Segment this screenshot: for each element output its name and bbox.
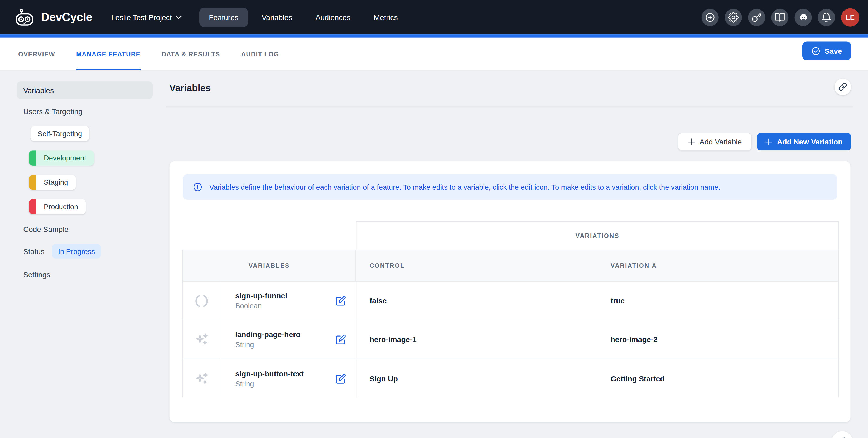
sidebar-env-development[interactable]: Development xyxy=(29,150,94,166)
tab-audit-log[interactable]: AUDIT LOG xyxy=(241,38,279,70)
link-icon xyxy=(837,437,847,438)
nav-item-features[interactable]: Features xyxy=(199,7,248,27)
sidebar-item-users-targeting[interactable]: Users & Targeting xyxy=(23,107,83,116)
nav-item-metrics[interactable]: Metrics xyxy=(364,7,407,27)
env-label: Development xyxy=(36,154,94,162)
string-type-sparkles-icon xyxy=(183,321,221,359)
col-header-control: CONTROL xyxy=(356,250,597,281)
docs-button[interactable] xyxy=(771,9,788,26)
info-icon xyxy=(193,182,203,192)
edit-variable-button[interactable] xyxy=(335,296,346,306)
nav-item-audiences[interactable]: Audiences xyxy=(306,7,360,27)
control-value: false xyxy=(356,282,597,320)
variable-cell: sign-up-button-text String xyxy=(221,359,356,398)
variable-cell: sign-up-funnel Boolean xyxy=(221,282,356,320)
app-window: DevCycle Leslie Test Project Features Va… xyxy=(0,0,868,438)
sidebar-item-code-sample[interactable]: Code Sample xyxy=(23,225,68,234)
edit-variable-button[interactable] xyxy=(335,373,346,384)
tab-manage-feature[interactable]: MANAGE FEATURE xyxy=(76,38,141,70)
check-circle-icon xyxy=(811,46,821,56)
variable-cell: landing-page-hero String xyxy=(221,321,356,359)
variations-group-header: VARIATIONS xyxy=(356,222,839,250)
brand-name: DevCycle xyxy=(41,10,92,24)
variable-name[interactable]: sign-up-button-text xyxy=(235,369,304,378)
table-row: sign-up-button-text String Sign Up Getti… xyxy=(183,359,838,398)
copy-link-button-partial[interactable] xyxy=(832,431,853,438)
add-variable-button[interactable]: Add Variable xyxy=(678,133,752,150)
nav-item-variables[interactable]: Variables xyxy=(252,7,302,27)
sidebar-item-variables[interactable]: Variables xyxy=(17,81,153,99)
variable-name[interactable]: sign-up-funnel xyxy=(235,292,287,300)
sidebar-env-staging[interactable]: Staging xyxy=(29,175,76,190)
devcycle-logo[interactable]: DevCycle xyxy=(15,8,93,26)
navbar-actions: LE xyxy=(702,8,860,26)
edit-variable-button[interactable] xyxy=(335,334,346,345)
discord-button[interactable] xyxy=(795,9,812,26)
callout-text: Variables define the behaviour of each v… xyxy=(209,183,720,191)
table-row: landing-page-hero String hero-image-1 he… xyxy=(183,321,838,359)
notifications-button[interactable] xyxy=(818,9,835,26)
page-title: Variables xyxy=(169,83,211,94)
top-accent-strip xyxy=(0,34,868,38)
env-color-bar xyxy=(29,175,36,190)
sidebar-item-settings[interactable]: Settings xyxy=(23,271,50,279)
control-value: hero-image-1 xyxy=(356,321,597,359)
content-area: Variables Users & Targeting Self-Targeti… xyxy=(0,71,868,438)
plus-icon xyxy=(766,138,773,145)
env-label: Self-Targeting xyxy=(30,129,89,138)
variation-a-value: true xyxy=(597,282,838,320)
boolean-type-icon xyxy=(183,282,221,320)
plus-icon xyxy=(688,138,695,145)
save-button[interactable]: Save xyxy=(802,42,851,60)
variables-table: VARIATIONS VARIABLES CONTROL VARIATION A xyxy=(182,222,839,397)
variable-type: Boolean xyxy=(235,302,287,310)
variation-a-value: hero-image-2 xyxy=(597,321,838,359)
feature-tabbar: OVERVIEW MANAGE FEATURE DATA & RESULTS A… xyxy=(0,38,868,71)
variable-name[interactable]: landing-page-hero xyxy=(235,331,300,339)
save-label: Save xyxy=(825,47,842,55)
col-header-variation-a: VARIATION A xyxy=(597,250,838,281)
status-badge[interactable]: In Progress xyxy=(52,244,101,259)
variables-card: Variables define the behaviour of each v… xyxy=(169,161,850,422)
nav-links: Features Variables Audiences Metrics xyxy=(199,7,407,27)
project-selector[interactable]: Leslie Test Project xyxy=(111,13,182,21)
table-body: VARIABLES CONTROL VARIATION A sign-up-fu… xyxy=(182,249,839,397)
sidebar-env-self-targeting[interactable]: Self-Targeting xyxy=(30,126,89,141)
info-callout: Variables define the behaviour of each v… xyxy=(183,174,837,200)
create-button[interactable] xyxy=(702,9,719,26)
table-subheader: VARIABLES CONTROL VARIATION A xyxy=(183,250,838,282)
col-header-variables: VARIABLES xyxy=(183,250,356,281)
variable-type: String xyxy=(235,340,300,349)
top-navbar: DevCycle Leslie Test Project Features Va… xyxy=(0,0,868,34)
project-name: Leslie Test Project xyxy=(111,13,172,21)
settings-button[interactable] xyxy=(725,9,742,26)
variable-type: String xyxy=(235,379,304,388)
env-color-bar xyxy=(29,199,36,214)
string-type-sparkles-icon xyxy=(183,359,221,398)
tab-data-results[interactable]: DATA & RESULTS xyxy=(162,38,220,70)
header-divider xyxy=(166,106,853,107)
env-color-bar xyxy=(29,150,36,166)
tab-overview[interactable]: OVERVIEW xyxy=(18,38,55,70)
api-keys-button[interactable] xyxy=(748,9,765,26)
add-variable-label: Add Variable xyxy=(700,138,742,146)
env-label: Staging xyxy=(36,178,76,187)
user-avatar[interactable]: LE xyxy=(841,8,859,26)
control-value: Sign Up xyxy=(356,359,597,398)
copy-link-button[interactable] xyxy=(835,78,851,95)
variation-a-value: Getting Started xyxy=(597,359,838,398)
devcycle-robot-icon xyxy=(15,8,36,26)
env-label: Production xyxy=(36,203,86,211)
add-variation-label: Add New Variation xyxy=(777,138,843,146)
link-icon xyxy=(838,82,847,92)
sidebar-env-production[interactable]: Production xyxy=(29,199,86,214)
sidebar-item-status[interactable]: Status xyxy=(23,247,44,256)
chevron-down-icon xyxy=(176,15,182,19)
add-new-variation-button[interactable]: Add New Variation xyxy=(757,133,851,150)
table-row: sign-up-funnel Boolean false true xyxy=(183,282,838,321)
